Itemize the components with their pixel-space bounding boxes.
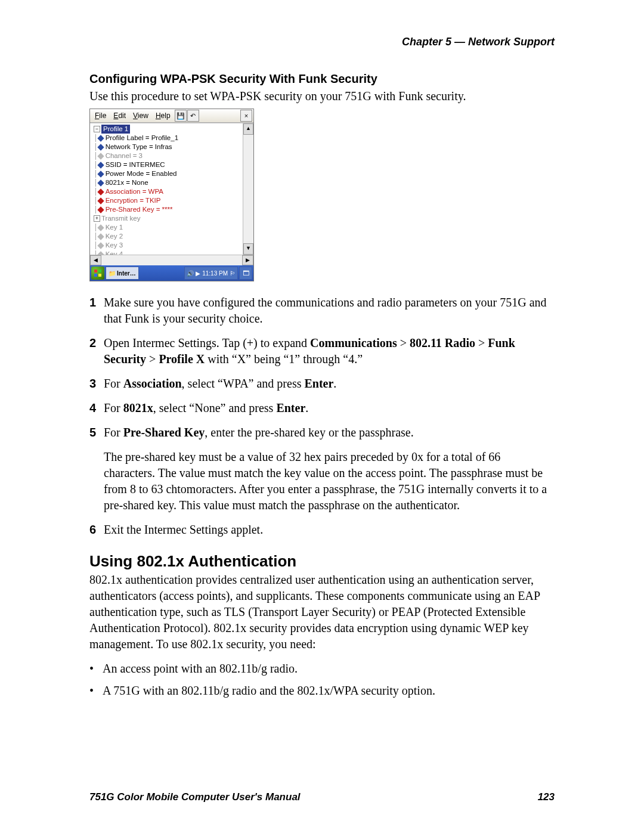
folder-icon: 📁	[109, 270, 116, 277]
step-number: 2	[89, 335, 104, 367]
section-title-1: Configuring WPA-PSK Security With Funk S…	[89, 72, 555, 86]
bullet-list: •An access point with an 802.11b/g radio…	[89, 661, 555, 699]
step-item: 6Exit the Intermec Settings applet.	[89, 522, 555, 538]
chapter-header: Chapter 5 — Network Support	[89, 36, 555, 48]
tree-item[interactable]: Network Type = Infras	[106, 143, 172, 151]
tree-item[interactable]: Power Mode = Enabled	[106, 169, 177, 178]
diamond-icon	[97, 224, 104, 231]
page: Chapter 5 — Network Support Configuring …	[0, 0, 644, 833]
undo-icon[interactable]: ↶	[187, 110, 199, 122]
tree-item[interactable]: Key 1	[106, 223, 123, 232]
step-item: 5For Pre-Shared Key, enter the pre-share…	[89, 425, 555, 513]
start-button[interactable]	[91, 267, 104, 280]
scroll-up-icon[interactable]: ▲	[243, 123, 253, 135]
step-item: 3For Association, select “WPA” and press…	[89, 376, 555, 392]
diamond-icon	[97, 171, 104, 177]
menu-help[interactable]: Help	[152, 112, 174, 120]
scroll-right-icon[interactable]: ▶	[242, 255, 253, 265]
tree-item[interactable]: Association = WPA	[106, 187, 163, 196]
diamond-icon	[97, 197, 104, 204]
tray-icon[interactable]: ▶	[196, 270, 200, 277]
tree-item[interactable]: Encryption = TKIP	[106, 196, 161, 205]
step-body: For Pre-Shared Key, enter the pre-shared…	[104, 425, 555, 513]
step-number: 3	[89, 376, 104, 392]
menubar: File Edit View Help 💾 ↶ ×	[90, 109, 253, 123]
save-icon[interactable]: 💾	[175, 110, 187, 122]
page-footer: 751G Color Mobile Computer User's Manual…	[89, 791, 555, 803]
svg-rect-0	[94, 270, 97, 272]
step-number: 5	[89, 425, 104, 513]
step-body: Open Intermec Settings. Tap (+) to expan…	[104, 335, 555, 367]
clock: 11:13 PM	[202, 270, 228, 277]
section-title-2: Using 802.1x Authentication	[89, 552, 555, 571]
page-number: 123	[538, 791, 555, 803]
diamond-icon	[97, 242, 104, 249]
status-icon[interactable]: 🏳	[230, 270, 236, 277]
diamond-icon	[97, 251, 104, 255]
tree-item[interactable]: Key 3	[106, 241, 123, 250]
speaker-icon[interactable]: 🔊	[187, 270, 194, 277]
footer-title: 751G Color Mobile Computer User's Manual	[89, 791, 301, 803]
vertical-scrollbar[interactable]: ▲ ▼	[243, 123, 253, 255]
tree-view[interactable]: −Profile 1 │ Profile Label = Profile_1 │…	[90, 123, 243, 255]
step-body: Exit the Intermec Settings applet.	[104, 522, 555, 538]
step-item: 1Make sure you have configured the commu…	[89, 295, 555, 327]
diamond-icon	[97, 179, 104, 186]
horizontal-scrollbar[interactable]: ◀ ▶	[90, 255, 253, 265]
bullet-text: An access point with an 802.11b/g radio.	[103, 661, 298, 677]
svg-rect-1	[98, 270, 101, 272]
screenshot-window: File Edit View Help 💾 ↶ × −Profile 1 │ P…	[89, 109, 254, 281]
collapse-icon[interactable]: −	[94, 126, 100, 132]
diamond-icon	[97, 135, 104, 141]
diamond-icon	[97, 162, 104, 168]
bullet-item: •An access point with an 802.11b/g radio…	[89, 661, 555, 677]
step-body: Make sure you have configured the commun…	[104, 295, 555, 327]
tree-node-profile[interactable]: Profile 1	[101, 125, 130, 134]
step-number: 4	[89, 400, 104, 416]
menu-edit[interactable]: Edit	[110, 112, 129, 120]
tree-item[interactable]: SSID = INTERMEC	[106, 160, 165, 169]
step-body: For 8021x, select “None” and press Enter…	[104, 400, 555, 416]
diamond-icon	[97, 153, 104, 159]
tree-item[interactable]: Key 2	[106, 232, 123, 241]
taskbar: 📁 Inter… 🔊 ▶ 11:13 PM 🏳 🗔	[90, 265, 253, 281]
bullet-text: A 751G with an 802.11b/g radio and the 8…	[103, 683, 435, 699]
step-item: 4For 8021x, select “None” and press Ente…	[89, 400, 555, 416]
steps-list: 1Make sure you have configured the commu…	[89, 295, 555, 538]
expand-icon[interactable]: +	[94, 215, 100, 222]
bullet-item: •A 751G with an 802.11b/g radio and the …	[89, 683, 555, 699]
step-number: 6	[89, 522, 104, 538]
svg-rect-3	[98, 274, 101, 277]
section-intro: Use this procedure to set WPA-PSK securi…	[89, 88, 555, 104]
bullet-icon: •	[89, 661, 103, 677]
tree-item[interactable]: Channel = 3	[106, 151, 143, 160]
show-desktop-button[interactable]: 🗔	[239, 267, 252, 280]
tree-item[interactable]: Key 4	[106, 250, 123, 255]
step-body: For Association, select “WPA” and press …	[104, 376, 555, 392]
close-icon[interactable]: ×	[240, 110, 252, 122]
scroll-down-icon[interactable]: ▼	[243, 243, 253, 255]
tree-node-transmit[interactable]: Transmit key	[101, 214, 140, 223]
taskbar-app-button[interactable]: 📁 Inter…	[106, 267, 139, 280]
diamond-icon	[97, 144, 104, 150]
diamond-icon	[97, 233, 104, 240]
tree-item[interactable]: Pre-Shared Key = ****	[106, 205, 173, 214]
diamond-icon	[97, 206, 104, 213]
bullet-icon: •	[89, 683, 103, 699]
windows-flag-icon	[94, 269, 102, 277]
system-tray[interactable]: 🔊 ▶ 11:13 PM 🏳	[184, 267, 238, 280]
step-item: 2Open Intermec Settings. Tap (+) to expa…	[89, 335, 555, 367]
step-number: 1	[89, 295, 104, 327]
menu-view[interactable]: View	[129, 112, 152, 120]
tree-item[interactable]: 8021x = None	[106, 178, 148, 187]
diamond-icon	[97, 188, 104, 195]
menu-file[interactable]: File	[91, 112, 110, 120]
scroll-left-icon[interactable]: ◀	[90, 255, 101, 265]
tree-item[interactable]: Profile Label = Profile_1	[106, 134, 178, 143]
svg-rect-2	[94, 274, 97, 277]
section2-paragraph: 802.1x authentication provides centraliz…	[89, 572, 555, 652]
